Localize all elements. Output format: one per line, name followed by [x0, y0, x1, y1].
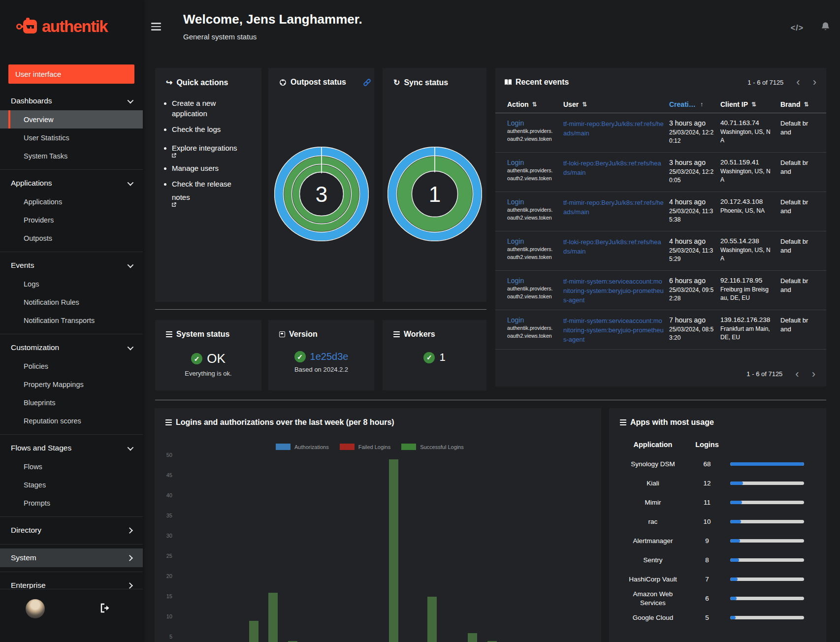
event-action-link[interactable]: Login [507, 119, 558, 127]
event-user-link[interactable]: tf-mimir-repo:BeryJu/k8s:ref:refs/heads/… [563, 120, 664, 137]
event-module: authentik.providers. [507, 324, 558, 332]
sidebar-item-system[interactable]: System [0, 548, 143, 567]
sidebar-section-label: Dashboards [11, 96, 52, 105]
sidebar-item-events[interactable]: Events [0, 256, 143, 275]
sidebar-section-directory: Directory [0, 516, 143, 540]
sidebar-section-customization: CustomizationPoliciesProperty MappingsBl… [0, 334, 143, 430]
events-column-brand[interactable]: Brand⇅ [780, 100, 811, 108]
pagination-next-icon[interactable]: › [812, 371, 815, 378]
logout-icon[interactable] [100, 603, 111, 613]
notifications-bell-icon[interactable] [821, 22, 830, 32]
workers-title: Workers [404, 330, 435, 339]
event-client-ip: 20.51.159.41 [720, 159, 775, 166]
event-client-ip: 40.71.163.74 [720, 119, 775, 127]
event-module: authentik.providers. [507, 206, 558, 214]
event-action-link[interactable]: Login [507, 277, 558, 285]
events-column-user[interactable]: User⇅ [563, 100, 664, 108]
sidebar-item-logs[interactable]: Logs [0, 275, 143, 293]
events-pagination-bottom: 1 - 6 of 7125 ‹ › [746, 370, 815, 378]
sidebar-item-directory[interactable]: Directory [0, 521, 143, 540]
event-action-link[interactable]: Login [507, 316, 558, 324]
app-logins-count: 9 [689, 537, 725, 545]
sidebar-item-notification-transports[interactable]: Notification Transports [0, 311, 143, 329]
version-value-link[interactable]: 1e25d3e [310, 351, 349, 362]
hamburger-menu-icon[interactable] [151, 23, 161, 31]
events-column-action[interactable]: Action⇅ [507, 100, 558, 108]
version-detail: Based on 2024.2.2 [268, 366, 374, 373]
app-usage-row: Synology DSM68 [622, 454, 826, 474]
events-column-client-ip[interactable]: Client IP⇅ [720, 100, 775, 108]
app-name: Kiali [622, 479, 684, 488]
api-code-icon[interactable]: </> [791, 24, 804, 32]
event-user-link[interactable]: tf-mimir-system:serviceaccount:monitorin… [563, 278, 664, 304]
y-axis-tick: 40 [159, 492, 172, 498]
event-action-link[interactable]: Login [507, 198, 558, 206]
sidebar-item-dashboards[interactable]: Dashboards [0, 92, 143, 110]
y-axis-tick: 35 [159, 513, 172, 518]
sidebar-nav: DashboardsOverviewUser StatisticsSystem … [0, 92, 143, 595]
event-brand: Default brand [780, 198, 811, 216]
outpost-link-icon[interactable] [363, 78, 371, 87]
pagination-next-icon[interactable]: › [813, 79, 816, 86]
app-usage-row: Alertmanager9 [622, 531, 826, 550]
sidebar-item-outposts[interactable]: Outposts [0, 229, 143, 247]
event-user-link[interactable]: tf-mimir-repo:BeryJu/k8s:ref:refs/heads/… [563, 199, 664, 216]
sync-status-card: ↻ Sync status 1 [383, 68, 486, 302]
apps-usage-table: Application Logins Synology DSM68Kiali12… [609, 441, 826, 627]
bundle-icon [279, 331, 285, 337]
event-user-link[interactable]: tf-loki-repo:BeryJu/k8s:ref:refs/heads/m… [563, 238, 661, 255]
legend-item-successful-logins[interactable]: Successful Logins [401, 444, 464, 450]
system-status-header: System status [155, 320, 261, 339]
system-status-title: System status [176, 330, 230, 339]
sidebar-item-overview[interactable]: Overview [0, 110, 143, 128]
quick-action-check-the-logs[interactable]: Check the logs [172, 124, 251, 134]
app-usage-progress-bar [730, 539, 804, 543]
legend-item-authorizations[interactable]: Authorizations [276, 444, 329, 450]
sidebar-item-property-mappings[interactable]: Property Mappings [0, 375, 143, 393]
check-circle-icon: ✓ [191, 353, 202, 364]
pagination-prev-icon[interactable]: ‹ [795, 371, 799, 378]
quick-action-check-the-release-notes[interactable]: Check the release notes [172, 179, 251, 207]
sidebar-item-notification-rules[interactable]: Notification Rules [0, 293, 143, 311]
bar-successful-logins [427, 597, 437, 642]
event-time-relative: 7 hours ago [669, 316, 715, 324]
events-column-creation[interactable]: Creation↑ [669, 100, 715, 108]
event-client-location: Washington, US, NA [720, 167, 772, 184]
column-label: Creation [669, 100, 697, 108]
refresh-icon: ↻ [393, 78, 400, 87]
event-time-absolute: 25/03/2024, 11:35:38 [669, 207, 715, 224]
quick-action-create-a-new-application[interactable]: Create a new application [172, 98, 251, 119]
user-avatar[interactable] [26, 599, 45, 618]
event-action-link[interactable]: Login [507, 159, 558, 166]
sidebar-item-applications[interactable]: Applications [0, 174, 143, 193]
sidebar-item-policies[interactable]: Policies [0, 357, 143, 375]
app-name: HashiCorp Vault [622, 575, 684, 584]
event-user-link[interactable]: tf-mimir-system:serviceaccount:monitorin… [563, 317, 664, 343]
sidebar-item-customization[interactable]: Customization [0, 338, 143, 357]
sidebar-item-user-statistics[interactable]: User Statistics [0, 128, 143, 147]
app-name: Synology DSM [622, 460, 684, 469]
sidebar-item-flows-and-stages[interactable]: Flows and Stages [0, 439, 143, 457]
sidebar-item-stages[interactable]: Stages [0, 476, 143, 494]
authentik-logo[interactable]: authentik [16, 14, 129, 39]
outpost-status-title: Outpost status [291, 78, 346, 87]
sidebar-item-system-tasks[interactable]: System Tasks [0, 147, 143, 165]
event-action-link[interactable]: Login [507, 237, 558, 245]
legend-item-failed-logins[interactable]: Failed Logins [340, 444, 390, 450]
pagination-prev-icon[interactable]: ‹ [796, 79, 800, 86]
sidebar-item-applications[interactable]: Applications [0, 193, 143, 211]
chevron-down-icon [128, 344, 134, 350]
app-usage-progress-bar [730, 520, 804, 523]
sidebar-item-prompts[interactable]: Prompts [0, 494, 143, 512]
quick-action-manage-users[interactable]: Manage users [172, 163, 251, 173]
sidebar-item-flows[interactable]: Flows [0, 457, 143, 476]
user-interface-button[interactable]: User interface [8, 64, 134, 84]
sidebar-item-blueprints[interactable]: Blueprints [0, 393, 143, 412]
sidebar-item-providers[interactable]: Providers [0, 211, 143, 229]
event-user-link[interactable]: tf-loki-repo:BeryJu/k8s:ref:refs/heads/m… [563, 160, 661, 176]
sidebar-item-reputation-scores[interactable]: Reputation scores [0, 412, 143, 430]
event-module: authentik.providers. [507, 245, 558, 253]
server-icon [166, 331, 172, 337]
sidebar-section-label: Customization [11, 343, 59, 352]
quick-action-explore-integrations[interactable]: Explore integrations [172, 140, 251, 158]
